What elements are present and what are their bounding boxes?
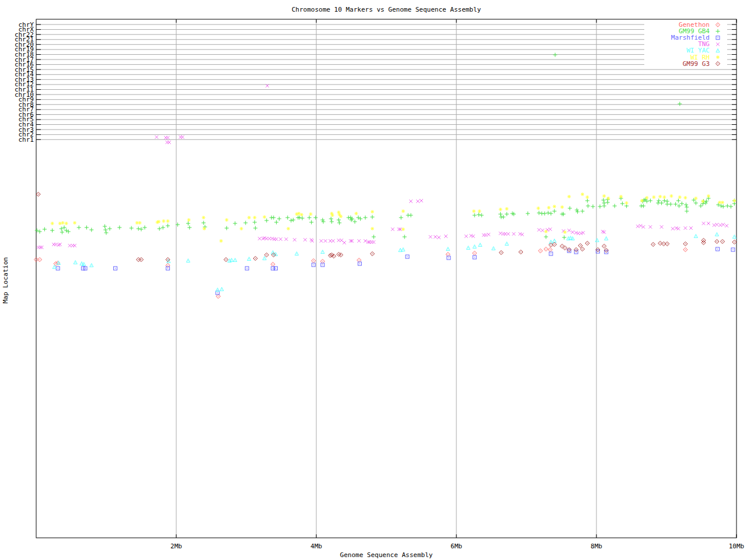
y-axis-title: Map Location — [2, 251, 9, 310]
chr-label: chr1 — [19, 136, 34, 144]
legend-marker — [716, 55, 720, 59]
legend-label: GM99 G3 — [683, 60, 710, 68]
legend: GenethonGM99 GB4MarshfieldTNGWI YACWI RH… — [644, 21, 727, 68]
x-tick-label: 8Mb — [591, 542, 602, 550]
series-tng — [37, 84, 728, 249]
plot-border — [36, 19, 736, 538]
chart-canvas: Chromosome 10 Markers vs Genome Sequence… — [0, 0, 747, 560]
x-tick-label: 2Mb — [170, 542, 182, 550]
series-wi-yac — [53, 233, 736, 292]
series-genethon — [34, 247, 687, 298]
x-axis-title: Genome Sequence Assembly — [36, 551, 736, 559]
x-tick-label: 4Mb — [310, 542, 322, 550]
series-gm99-gb4 — [35, 53, 736, 240]
x-tick-label: 6Mb — [451, 542, 462, 550]
series-wi-rh — [51, 192, 736, 243]
series-marshfield — [56, 247, 735, 295]
plot-area: chrYchrXchr22chr21chr20chr19chr18chr17ch… — [0, 0, 747, 560]
series-gm99-g3 — [36, 192, 736, 261]
x-tick-label: 10Mb — [729, 542, 745, 550]
